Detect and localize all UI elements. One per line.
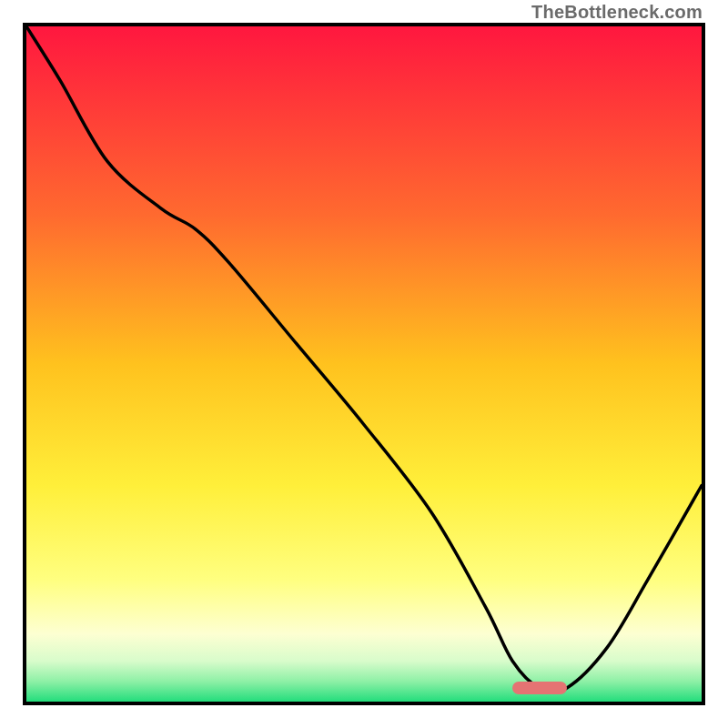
watermark-text: TheBottleneck.com <box>531 2 703 23</box>
optimal-range-marker <box>512 682 566 694</box>
chart-container: TheBottleneck.com <box>0 0 728 728</box>
plot-border <box>23 23 705 705</box>
plot-area <box>26 26 702 702</box>
bottleneck-curve <box>26 26 702 702</box>
